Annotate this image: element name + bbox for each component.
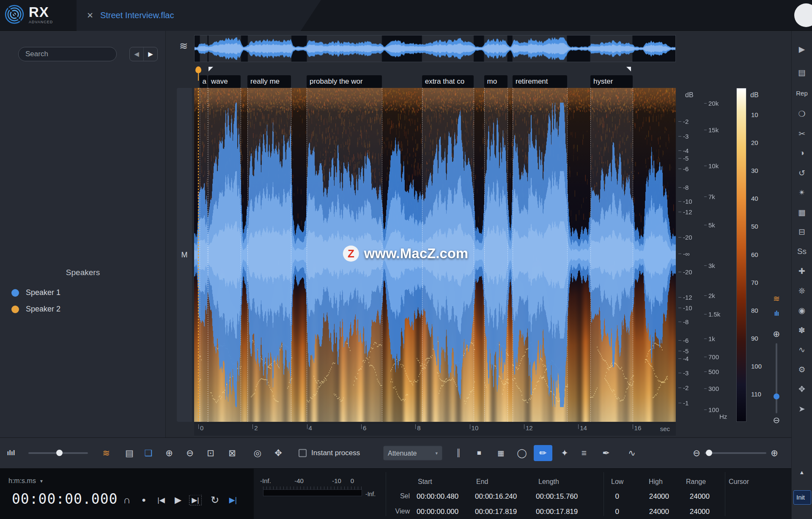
instant-process-checkbox[interactable] (299, 449, 307, 457)
region-label[interactable]: really me (247, 75, 291, 88)
spectrogram-view-icon[interactable]: ılı (774, 310, 779, 317)
module-icon-14-icon[interactable]: ⚙ (798, 365, 805, 374)
region-label[interactable]: mo (484, 75, 508, 88)
spectrogram-colorbar[interactable] (736, 88, 746, 422)
region-label[interactable]: retirement (513, 75, 567, 88)
zoom-selection-icon[interactable]: ⊡ (207, 448, 214, 458)
document-icon[interactable]: ▤ (125, 448, 134, 458)
zoom-in-icon[interactable]: ⊕ (165, 448, 173, 458)
play-icon[interactable]: ▶ (175, 495, 181, 505)
module-icon-1-icon[interactable]: ❍ (798, 109, 805, 119)
vertical-zoom-in-icon[interactable]: ⊕ (773, 329, 780, 339)
module-icon-8-icon[interactable]: Ss (797, 247, 807, 256)
module-icon-16-icon[interactable]: ➤ (798, 404, 805, 414)
module-icon-6-icon[interactable]: ▦ (798, 208, 806, 217)
levels-icon[interactable]: ≡ (582, 448, 587, 458)
view-range[interactable]: 24000 (667, 508, 710, 516)
zoom-out-icon[interactable]: ⊖ (186, 448, 194, 458)
region-label[interactable]: hyster (590, 75, 633, 88)
spectrogram-settings-icon[interactable]: ≋ (102, 448, 110, 458)
speaker-item[interactable]: Speaker 1 (11, 284, 155, 301)
colorbar-tick: 70 (751, 279, 758, 286)
headphones-icon[interactable]: ∩ (123, 494, 130, 506)
region-label[interactable]: probably the wor (307, 75, 382, 88)
file-tab[interactable]: ✕ Street Interview.flac (77, 0, 321, 31)
time-format-dropdown[interactable]: h:m:s.ms ▼ (8, 477, 44, 485)
module-icon-7-icon[interactable]: ⊟ (798, 227, 805, 237)
vertical-zoom-handle[interactable] (774, 393, 779, 399)
loop-icon[interactable]: ↻ (211, 494, 219, 506)
brush-tool-button[interactable]: ✏ (534, 445, 552, 461)
wave-blend-icon[interactable]: ılıl (7, 449, 15, 457)
waveform-view-icon[interactable]: ≋ (773, 294, 780, 303)
module-icon-5-icon[interactable]: ✴ (798, 188, 805, 197)
close-icon[interactable]: ✕ (87, 11, 93, 20)
tick-value: -6 (683, 337, 689, 344)
blend-slider[interactable] (28, 452, 88, 454)
horizontal-zoom-slider[interactable] (705, 452, 766, 454)
spectrogram-area[interactable]: Z www.MacZ.com (194, 88, 676, 422)
play-selection-icon[interactable]: ▶| (189, 495, 202, 505)
module-icon-3-icon[interactable]: ◑ (799, 148, 804, 158)
previous-icon[interactable]: |◀ (157, 496, 165, 505)
hand-tool-icon[interactable]: ✥ (274, 448, 282, 458)
module-icon-13-icon[interactable]: ∿ (798, 345, 805, 355)
sel-length[interactable]: 00:00:15.760 (536, 492, 578, 501)
panel-play-icon[interactable]: ▶ (799, 44, 805, 54)
view-high[interactable]: 24000 (626, 508, 669, 516)
module-icon-12-icon[interactable]: ✽ (798, 325, 805, 335)
module-icon-2-icon[interactable]: ✂ (798, 129, 805, 139)
time-selection-icon[interactable]: ║ (456, 449, 461, 457)
time-frequency-selection-icon[interactable]: ▦ (497, 449, 504, 458)
horizontal-zoom-handle[interactable] (706, 450, 712, 456)
vertical-zoom-out-icon[interactable]: ⊖ (773, 415, 780, 425)
comment-icon[interactable]: ❏ (145, 448, 153, 458)
view-start[interactable]: 00:00:00.000 (417, 508, 458, 516)
view-low[interactable]: 0 (592, 508, 619, 516)
waveform-overview[interactable] (194, 35, 676, 62)
timeline-ruler[interactable]: sec 0246810121416 (194, 423, 676, 436)
lane-height-icon[interactable]: ≋ (179, 40, 188, 52)
region-label[interactable]: extra that co (422, 75, 474, 88)
selection-marker-right[interactable] (626, 67, 631, 71)
module-icon-9-icon[interactable]: ✚ (798, 266, 805, 276)
process-mode-dropdown[interactable]: Attenuate ▾ (383, 446, 442, 461)
channel-strip[interactable]: M (177, 88, 192, 422)
window-button[interactable] (794, 3, 812, 27)
module-icon-15-icon[interactable]: ✥ (798, 384, 805, 394)
sel-start[interactable]: 00:00:00.480 (417, 492, 458, 501)
lasso-tool-icon[interactable]: ◯ (517, 448, 527, 458)
prev-result-button[interactable]: ◀ (130, 47, 144, 61)
module-icon-11-icon[interactable]: ◉ (798, 306, 806, 315)
speaker-item[interactable]: Speaker 2 (11, 301, 155, 317)
selection-marker-left[interactable] (208, 67, 213, 71)
search-input[interactable] (18, 47, 117, 61)
view-end[interactable]: 00:00:17.819 (475, 508, 517, 516)
sel-range[interactable]: 24000 (667, 492, 710, 501)
frequency-selection-icon[interactable]: ■ (477, 449, 481, 457)
zoom-fit-icon[interactable]: ⊠ (228, 448, 236, 458)
next-result-button[interactable]: ▶ (144, 47, 157, 61)
module-icon-4-icon[interactable]: ↺ (798, 168, 805, 178)
skip-to-selection-icon[interactable]: ▶| (229, 495, 237, 505)
sel-high[interactable]: 24000 (626, 492, 669, 501)
sel-end[interactable]: 00:00:16.240 (475, 492, 517, 501)
playhead-marker[interactable] (195, 66, 201, 81)
blend-slider-handle[interactable] (56, 450, 63, 456)
sel-low[interactable]: 0 (592, 492, 619, 501)
module-icon-10-icon[interactable]: ❊ (798, 286, 805, 296)
hzoom-in-icon[interactable]: ⊕ (771, 448, 778, 458)
curve-nodes-icon[interactable]: ∿ (628, 448, 636, 458)
init-button[interactable]: Init (793, 490, 811, 505)
magic-wand-icon[interactable]: ✦ (561, 448, 568, 458)
feather-tool-icon[interactable]: ✒ (602, 448, 610, 458)
scroll-up-icon[interactable]: ▲ (799, 469, 805, 475)
magnifier-icon[interactable]: ◎ (254, 448, 261, 458)
tick-line (678, 201, 681, 202)
panel-list-icon[interactable]: ▤ (798, 68, 806, 77)
region-label[interactable]: wave (208, 75, 241, 88)
hzoom-out-icon[interactable]: ⊖ (693, 448, 700, 458)
view-length[interactable]: 00:00:17.819 (536, 508, 578, 516)
vertical-zoom-slider[interactable] (776, 343, 777, 413)
record-icon[interactable]: ● (142, 496, 146, 504)
